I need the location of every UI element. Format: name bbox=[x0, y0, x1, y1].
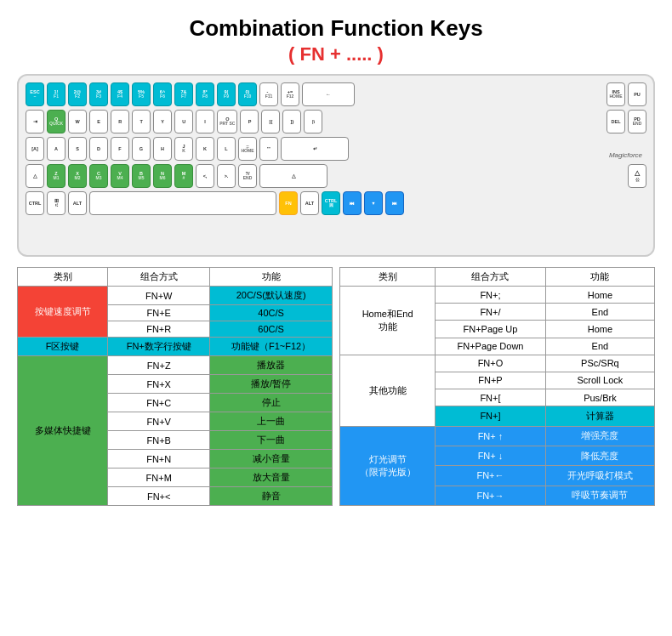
page-title: Combination Function Keys bbox=[189, 15, 482, 42]
right-func-lbr: Pus/Brk bbox=[545, 389, 654, 406]
right-func-p: Scroll Lock bbox=[545, 372, 654, 389]
right-combo-semi: FN+; bbox=[436, 287, 546, 304]
left-func-z: 播放器 bbox=[210, 356, 333, 375]
right-cat-light: 灯光调节 （限背光版） bbox=[340, 426, 436, 505]
left-combo-b: FN+B bbox=[108, 431, 210, 450]
left-col1-header: 类别 bbox=[18, 268, 108, 287]
right-func-right: 呼吸节奏调节 bbox=[545, 486, 654, 505]
right-func-pgup: Home bbox=[545, 321, 654, 338]
right-cat-other: 其他功能 bbox=[340, 355, 436, 426]
left-func-lt: 静音 bbox=[210, 487, 333, 506]
left-combo-w: FN+W bbox=[108, 287, 210, 305]
left-cat-f: F区按键 bbox=[18, 338, 108, 356]
left-col2-header: 组合方式 bbox=[108, 268, 210, 287]
right-col1-header: 类别 bbox=[340, 268, 436, 287]
left-cat-speed: 按键速度调节 bbox=[18, 287, 108, 338]
right-func-left: 开光呼吸灯模式 bbox=[545, 466, 654, 486]
right-combo-right: FN+→ bbox=[436, 486, 546, 505]
left-func-v: 上一曲 bbox=[210, 412, 333, 431]
right-func-rbr: 计算器 bbox=[545, 406, 654, 426]
right-func-up: 增强亮度 bbox=[545, 426, 654, 446]
right-func-pgdn: End bbox=[545, 338, 654, 355]
right-combo-dn: FN+ ↓ bbox=[436, 446, 546, 465]
right-func-o: PSc/SRq bbox=[545, 355, 654, 372]
right-col3-header: 功能 bbox=[545, 268, 654, 287]
left-combo-lt: FN+< bbox=[108, 487, 210, 506]
left-combo-x: FN+X bbox=[108, 375, 210, 394]
left-func-e: 40C/S bbox=[210, 305, 333, 321]
left-func-c: 停止 bbox=[210, 394, 333, 412]
right-combo-rbr: FN+] bbox=[436, 406, 546, 426]
right-col2-header: 组合方式 bbox=[436, 268, 546, 287]
right-combo-p: FN+P bbox=[436, 372, 546, 389]
left-cat-media: 多媒体快捷键 bbox=[18, 356, 108, 506]
right-func-semi: Home bbox=[545, 287, 654, 304]
left-table: 类别 组合方式 功能 按键速度调节 FN+W 20C/S(默认速度) FN+E … bbox=[17, 267, 333, 506]
right-combo-left: FN+← bbox=[436, 466, 546, 486]
right-combo-lbr: FN+[ bbox=[436, 389, 546, 406]
left-func-r: 60C/S bbox=[210, 321, 333, 338]
right-combo-pgup: FN+Page Up bbox=[436, 321, 546, 338]
keyboard-diagram: ESC~ 1!F1 2@F2 3#F3 4$F4 5%F5 6^F6 7&F7 … bbox=[17, 74, 655, 257]
left-func-x: 播放/暂停 bbox=[210, 375, 333, 394]
subtitle: ( FN + ..... ) bbox=[288, 43, 384, 65]
left-combo-v: FN+V bbox=[108, 412, 210, 431]
left-func-w: 20C/S(默认速度) bbox=[210, 287, 333, 305]
right-table: 类别 组合方式 功能 Home和End 功能 FN+; Home FN+/ En… bbox=[339, 267, 655, 506]
left-func-m: 放大音量 bbox=[210, 468, 333, 487]
left-combo-n: FN+N bbox=[108, 450, 210, 468]
right-func-dn: 降低亮度 bbox=[545, 446, 654, 465]
right-combo-up: FN+ ↑ bbox=[436, 426, 546, 446]
left-func-b: 下一曲 bbox=[210, 431, 333, 450]
right-combo-slash: FN+/ bbox=[436, 304, 546, 321]
left-combo-f: FN+数字行按键 bbox=[108, 338, 210, 356]
left-combo-e: FN+E bbox=[108, 305, 210, 321]
right-combo-o: FN+O bbox=[436, 355, 546, 372]
left-combo-r: FN+R bbox=[108, 321, 210, 338]
brand-label: Magicforce bbox=[609, 151, 642, 159]
left-func-f: 功能键（F1~F12） bbox=[210, 338, 333, 356]
left-combo-c: FN+C bbox=[108, 394, 210, 412]
right-cat-home: Home和End 功能 bbox=[340, 287, 436, 355]
function-tables: 类别 组合方式 功能 按键速度调节 FN+W 20C/S(默认速度) FN+E … bbox=[17, 267, 655, 506]
left-func-n: 减小音量 bbox=[210, 450, 333, 468]
left-combo-m: FN+M bbox=[108, 468, 210, 487]
left-combo-z: FN+Z bbox=[108, 356, 210, 375]
right-func-slash: End bbox=[545, 304, 654, 321]
right-combo-pgdn: FN+Page Down bbox=[436, 338, 546, 355]
left-col3-header: 功能 bbox=[210, 268, 333, 287]
